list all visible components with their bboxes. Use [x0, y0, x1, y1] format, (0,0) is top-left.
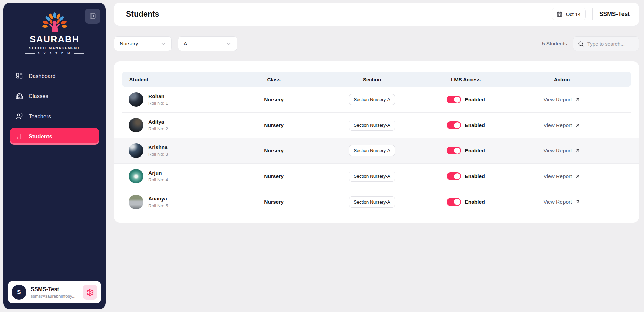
- class-filter-select[interactable]: Nursery: [114, 36, 172, 51]
- logo-title: SAURABH: [3, 34, 106, 45]
- sidebar-item-label: Dashboard: [29, 73, 56, 79]
- section-cell: Section Nursery-A: [305, 171, 439, 182]
- student-name: Ananya: [148, 196, 168, 202]
- student-name: Aditya: [148, 119, 168, 125]
- section-filter-value: A: [184, 41, 187, 47]
- lms-toggle[interactable]: [447, 147, 461, 154]
- lms-status: Enabled: [465, 173, 485, 179]
- sidebar-item-teachers[interactable]: Teachers: [10, 108, 99, 125]
- student-name: Rohan: [148, 93, 168, 99]
- chevron-down-icon: [160, 41, 166, 47]
- logo-tree-icon: [40, 11, 69, 33]
- student-roll: Roll No: 2: [148, 126, 168, 131]
- sidebar: SAURABH SCHOOL MANAGEMENT S Y S T E M Da…: [3, 3, 106, 309]
- student-avatar: [129, 92, 143, 107]
- student-count: 5 Students: [542, 41, 567, 47]
- column-header-section: Section: [305, 77, 439, 82]
- lms-status: Enabled: [465, 122, 485, 128]
- class-cell: Nursery: [243, 199, 305, 205]
- table-row: Rohan Roll No: 1 Nursery Section Nursery…: [122, 87, 631, 113]
- sidebar-item-classes[interactable]: Classes: [10, 88, 99, 104]
- sidebar-nav: Dashboard Classes Teachers: [10, 68, 99, 145]
- view-report-link[interactable]: View Report: [493, 173, 631, 179]
- student-cell: Rohan Roll No: 1: [122, 92, 243, 107]
- settings-button[interactable]: [83, 285, 97, 300]
- arrow-up-right-icon: [575, 174, 580, 179]
- column-header-class: Class: [243, 77, 305, 82]
- section-badge: Section Nursery-A: [349, 171, 395, 182]
- student-avatar: [129, 118, 143, 132]
- view-report-link[interactable]: View Report: [493, 122, 631, 128]
- table-row: Arjun Roll No: 4 Nursery Section Nursery…: [122, 164, 631, 189]
- student-cell: Arjun Roll No: 4: [122, 169, 243, 183]
- search-box[interactable]: [573, 36, 639, 51]
- lms-status: Enabled: [465, 97, 485, 103]
- lms-cell: Enabled: [439, 147, 493, 154]
- student-avatar: [129, 195, 143, 209]
- student-cell: Ananya Roll No: 5: [122, 195, 243, 209]
- student-avatar: [129, 169, 143, 183]
- view-report-link[interactable]: View Report: [493, 97, 631, 103]
- date-label: Oct 14: [566, 11, 581, 17]
- sidebar-collapse-button[interactable]: [85, 9, 100, 24]
- filter-right: 5 Students: [542, 36, 639, 51]
- section-filter-select[interactable]: A: [178, 36, 237, 51]
- student-cell: Krishna Roll No: 3: [122, 143, 243, 158]
- student-name: Arjun: [148, 170, 168, 176]
- page-title: Students: [126, 10, 159, 19]
- section-cell: Section Nursery-A: [305, 94, 439, 105]
- student-roll: Roll No: 4: [148, 177, 168, 182]
- sidebar-item-label: Students: [29, 133, 52, 140]
- arrow-up-right-icon: [575, 199, 580, 205]
- lms-cell: Enabled: [439, 121, 493, 129]
- sidebar-item-dashboard[interactable]: Dashboard: [10, 68, 99, 84]
- section-badge: Section Nursery-A: [349, 196, 395, 208]
- table-row: Ananya Roll No: 5 Nursery Section Nurser…: [122, 189, 631, 215]
- panel-collapse-icon: [89, 13, 96, 19]
- student-roll: Roll No: 5: [148, 203, 168, 208]
- lms-status: Enabled: [465, 148, 485, 154]
- logo-subtitle: SCHOOL MANAGEMENT: [3, 46, 106, 50]
- sidebar-divider: [12, 61, 97, 61]
- lms-toggle[interactable]: [447, 121, 461, 129]
- class-filter-value: Nursery: [120, 41, 138, 47]
- class-cell: Nursery: [243, 97, 305, 103]
- lms-cell: Enabled: [439, 172, 493, 180]
- class-cell: Nursery: [243, 122, 305, 128]
- view-report-link[interactable]: View Report: [493, 148, 631, 154]
- search-input[interactable]: [587, 41, 634, 47]
- view-report-link[interactable]: View Report: [493, 199, 631, 205]
- lms-toggle[interactable]: [447, 96, 461, 103]
- chevron-down-icon: [226, 41, 232, 47]
- students-table-card: Student Class Section LMS Access Action …: [114, 61, 639, 223]
- user-name: SSMS-Test: [31, 286, 75, 293]
- column-header-lms: LMS Access: [439, 77, 493, 82]
- lms-toggle[interactable]: [447, 172, 461, 180]
- dashboard-icon: [16, 72, 23, 80]
- section-badge: Section Nursery-A: [349, 145, 395, 156]
- calendar-icon: [557, 11, 562, 17]
- student-avatar: [129, 143, 143, 158]
- filter-row: Nursery A 5 Students: [114, 36, 639, 51]
- sidebar-item-students[interactable]: Students: [10, 128, 99, 145]
- class-cell: Nursery: [243, 173, 305, 179]
- lms-toggle[interactable]: [447, 198, 461, 206]
- column-header-action: Action: [493, 77, 631, 82]
- sidebar-item-label: Classes: [29, 93, 48, 99]
- header-divider: [592, 8, 593, 20]
- lms-cell: Enabled: [439, 96, 493, 103]
- column-header-student: Student: [122, 77, 243, 82]
- lms-cell: Enabled: [439, 198, 493, 206]
- search-icon: [578, 41, 584, 47]
- sidebar-item-label: Teachers: [29, 113, 51, 120]
- sidebar-user-card: S SSMS-Test ssms@saurabhinfosy...: [8, 281, 101, 303]
- lms-status: Enabled: [465, 199, 485, 205]
- student-cell: Aditya Roll No: 2: [122, 118, 243, 132]
- chart-bars-icon: [16, 133, 23, 140]
- gear-icon: [86, 288, 94, 296]
- date-chip[interactable]: Oct 14: [552, 8, 586, 20]
- student-roll: Roll No: 3: [148, 152, 168, 157]
- section-badge: Section Nursery-A: [349, 94, 395, 105]
- user-avatar: S: [12, 285, 26, 300]
- arrow-up-right-icon: [575, 148, 580, 153]
